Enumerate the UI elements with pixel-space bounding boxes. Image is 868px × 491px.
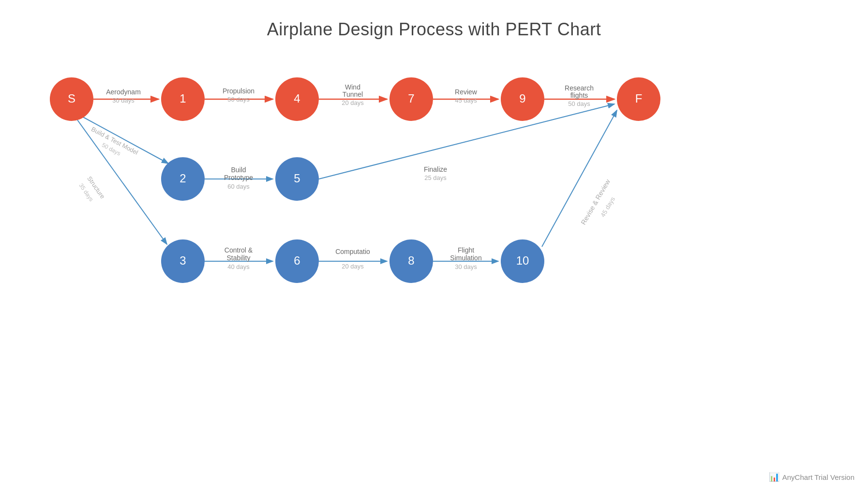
sublabel-6-8: 20 days: [342, 263, 364, 270]
node-8-label: 8: [408, 254, 414, 267]
label-2-5b: Prototype: [224, 174, 253, 181]
node-1-label: 1: [180, 92, 186, 105]
sublabel-4-7: 20 days: [342, 99, 364, 106]
pert-chart: Aerodynam 30 days Propulsion 50 days Win…: [0, 0, 868, 491]
label-8-10b: Simulation: [450, 254, 481, 262]
watermark-icon: 📊: [769, 472, 779, 482]
node-f-label: F: [635, 92, 643, 105]
label-5-f: Finalize: [424, 165, 447, 173]
node-2-label: 2: [180, 172, 186, 185]
node-6-label: 6: [294, 254, 300, 267]
sublabel-3-6: 40 days: [227, 263, 250, 270]
node-s-label: S: [68, 92, 75, 105]
sublabel-9-f: 50 days: [568, 100, 590, 107]
node-7-label: 7: [408, 92, 414, 105]
edge-s-2: [81, 116, 168, 164]
label-8-10: Flight: [458, 246, 474, 254]
label-9-f: Research: [565, 84, 594, 92]
sublabel-2-5: 60 days: [227, 183, 250, 190]
node-9-label: 9: [519, 92, 525, 105]
node-10-label: 10: [516, 254, 529, 267]
label-9-fb: flights: [570, 91, 588, 99]
sublabel-7-9: 45 days: [455, 97, 477, 104]
label-3-6: Control &: [224, 246, 253, 254]
sublabel-1-4: 50 days: [227, 96, 250, 103]
label-3-6b: Stability: [226, 254, 250, 262]
label-2-5: Build: [231, 166, 246, 174]
sublabel-s-1: 30 days: [112, 97, 135, 104]
watermark: 📊 AnyChart Trial Version: [769, 472, 854, 482]
label-4-7b: Tunnel: [343, 90, 363, 98]
label-1-4: Propulsion: [223, 87, 254, 95]
label-s-1: Aerodynam: [106, 88, 141, 96]
edge-5-f: [319, 104, 614, 179]
node-3-label: 3: [180, 254, 186, 267]
label-6-8: Computatio: [335, 248, 370, 255]
sublabel-5-f: 25 days: [424, 174, 447, 181]
sublabel-8-10: 30 days: [455, 263, 477, 270]
node-4-label: 4: [294, 92, 300, 105]
node-5-label: 5: [294, 172, 300, 185]
label-4-7: Wind: [345, 83, 360, 91]
label-7-9: Review: [455, 88, 478, 96]
watermark-text: AnyChart Trial Version: [782, 473, 854, 481]
